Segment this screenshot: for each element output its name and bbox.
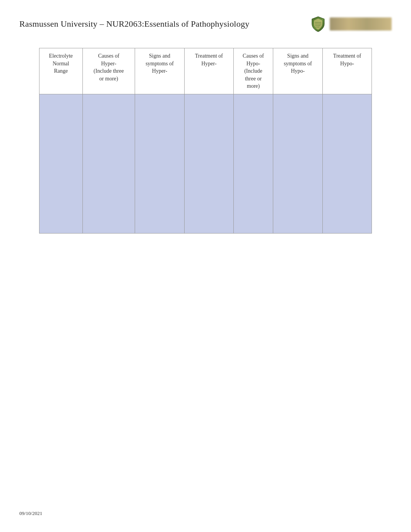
cell-electrolyte-normal-range	[39, 94, 83, 233]
page-title: Rasmussen University – NUR2063:Essential…	[19, 19, 249, 29]
col-header-treatment-hyper: Treatment of Hyper-	[184, 48, 233, 94]
table-data-row	[39, 94, 372, 233]
page-container: Rasmussen University – NUR2063:Essential…	[0, 0, 411, 532]
col-header-electrolyte-normal-range: Electrolyte Normal Range	[39, 48, 83, 94]
col-header-signs-symptoms-hyper: Signs and symptoms of Hyper-	[135, 48, 185, 94]
table-header-row: Electrolyte Normal Range Causes of Hyper…	[39, 48, 372, 94]
col-header-treatment-hypo: Treatment of Hypo-	[322, 48, 372, 94]
col-header-causes-of-hyper: Causes of Hyper- (Include three or more)	[82, 48, 135, 94]
footer-date: 09/10/2021	[19, 510, 42, 517]
cell-causes-hypo	[233, 94, 273, 233]
logo-container	[310, 15, 392, 32]
col-header-signs-symptoms-hypo: Signs and symptoms of Hypo-	[273, 48, 323, 94]
cell-signs-symptoms-hypo	[273, 94, 323, 233]
cell-causes-hyper	[82, 94, 135, 233]
cell-treatment-hyper	[184, 94, 233, 233]
shield-icon	[310, 15, 327, 32]
cell-treatment-hypo	[322, 94, 372, 233]
main-table-wrapper: Electrolyte Normal Range Causes of Hyper…	[19, 48, 392, 234]
electrolyte-table: Electrolyte Normal Range Causes of Hyper…	[39, 48, 372, 234]
page-header: Rasmussen University – NUR2063:Essential…	[19, 15, 392, 32]
cell-signs-symptoms-hyper	[135, 94, 185, 233]
col-header-causes-of-hypo: Causes of Hypo- (Include three or more)	[233, 48, 273, 94]
university-logo-text	[330, 17, 392, 31]
